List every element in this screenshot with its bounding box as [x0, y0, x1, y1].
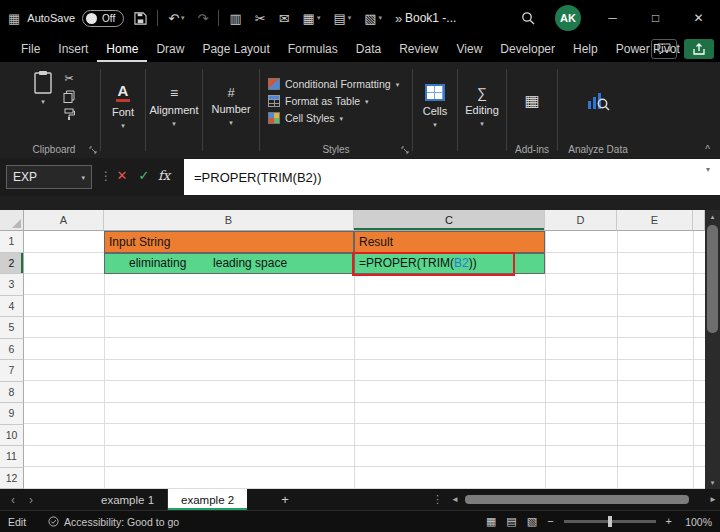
- conditional-formatting-button[interactable]: Conditional Formatting ▾: [268, 78, 399, 90]
- zoom-out-button[interactable]: −: [547, 516, 553, 527]
- format-as-table-button[interactable]: Format as Table ▾: [268, 95, 369, 107]
- collapse-ribbon-button[interactable]: ^: [705, 144, 710, 155]
- copy-button[interactable]: [63, 90, 75, 103]
- maximize-button[interactable]: □: [634, 0, 677, 36]
- select-all-corner[interactable]: [0, 210, 24, 231]
- styles-dialog-launcher[interactable]: [401, 146, 409, 154]
- share-button[interactable]: [684, 39, 714, 59]
- enter-button[interactable]: ✓: [134, 168, 154, 183]
- analyze-data-button[interactable]: [558, 62, 638, 140]
- name-box[interactable]: EXP ▾: [6, 165, 92, 189]
- column-header-c[interactable]: C: [354, 210, 545, 231]
- qat-mail-button[interactable]: ✉: [276, 5, 293, 31]
- page-break-view-button[interactable]: ▧: [527, 516, 537, 527]
- cell-b2[interactable]: eliminating leading space: [104, 253, 354, 275]
- tab-developer[interactable]: Developer: [491, 36, 564, 62]
- row-header-2[interactable]: 2: [0, 253, 24, 275]
- row-header-4[interactable]: 4: [0, 296, 24, 318]
- toolbar-overflow-button[interactable]: »: [392, 5, 405, 31]
- undo-button[interactable]: ↶ ▾: [165, 5, 187, 31]
- formula-bar-expand-icon[interactable]: ▾: [706, 159, 710, 174]
- normal-view-button[interactable]: ▦: [486, 516, 496, 527]
- close-button[interactable]: ✕: [677, 0, 720, 36]
- row-header-12[interactable]: 12: [0, 468, 24, 490]
- scroll-left-icon[interactable]: ◄: [448, 489, 462, 510]
- editing-group-button[interactable]: ∑ Editing ▾: [458, 62, 506, 158]
- accessibility-status[interactable]: Accessibility: Good to go: [48, 516, 179, 528]
- sheet-nav-next-button[interactable]: ›: [22, 489, 40, 510]
- search-button[interactable]: [511, 0, 545, 36]
- sheet-nav-prev-button[interactable]: ‹: [4, 489, 22, 510]
- row-header-10[interactable]: 10: [0, 425, 24, 447]
- sheet-options-icon[interactable]: ⋮: [432, 489, 443, 510]
- tab-page-layout[interactable]: Page Layout: [193, 36, 278, 62]
- tab-draw[interactable]: Draw: [147, 36, 193, 62]
- qat-workbook-button[interactable]: ▥: [226, 5, 244, 31]
- number-group-button[interactable]: # Number ▾: [203, 62, 259, 158]
- row-header-3[interactable]: 3: [0, 274, 24, 296]
- qat-cut-button[interactable]: ✂: [252, 5, 269, 31]
- cell-b1[interactable]: Input String: [104, 231, 354, 253]
- cancel-button[interactable]: ✕: [112, 168, 132, 183]
- app-launcher-icon[interactable]: ▦: [8, 11, 20, 26]
- alignment-group-button[interactable]: ≡ Alignment ▾: [146, 62, 202, 158]
- comments-button[interactable]: [651, 39, 677, 59]
- vertical-scrollbar[interactable]: ▴ ▾: [705, 210, 720, 489]
- clipboard-dialog-launcher[interactable]: [89, 146, 97, 154]
- sheet-tab-example-1[interactable]: example 1: [88, 489, 168, 510]
- redo-button[interactable]: ↷: [195, 5, 212, 31]
- formula-input[interactable]: =PROPER(TRIM(B2)) ▾: [184, 159, 720, 195]
- tab-help[interactable]: Help: [564, 36, 607, 62]
- tab-file[interactable]: File: [12, 36, 49, 62]
- tab-review[interactable]: Review: [390, 36, 447, 62]
- scroll-right-icon[interactable]: ►: [706, 489, 720, 510]
- row-header-9[interactable]: 9: [0, 403, 24, 425]
- workbook-icon: ▥: [229, 11, 241, 26]
- horizontal-scroll-thumb[interactable]: [465, 495, 689, 504]
- sheet-tab-example-2[interactable]: example 2: [168, 489, 247, 510]
- scroll-down-icon[interactable]: ▾: [705, 476, 720, 489]
- zoom-slider-thumb[interactable]: [608, 516, 612, 527]
- tab-formulas[interactable]: Formulas: [279, 36, 347, 62]
- row-header-5[interactable]: 5: [0, 317, 24, 339]
- row-header-11[interactable]: 11: [0, 446, 24, 468]
- autosave-toggle[interactable]: Off: [82, 10, 124, 27]
- zoom-in-button[interactable]: +: [666, 516, 672, 527]
- tab-view[interactable]: View: [448, 36, 492, 62]
- column-header-d[interactable]: D: [545, 210, 617, 231]
- tab-data[interactable]: Data: [347, 36, 390, 62]
- column-header-f-partial[interactable]: [693, 210, 705, 231]
- vertical-scroll-thumb[interactable]: [707, 225, 718, 333]
- column-header-b[interactable]: B: [104, 210, 354, 231]
- font-group-button[interactable]: A Font ▾: [101, 62, 145, 158]
- horizontal-scrollbar[interactable]: ◄ ►: [448, 489, 720, 510]
- row-header-1[interactable]: 1: [0, 231, 24, 253]
- insert-function-button[interactable]: fx: [158, 168, 170, 183]
- zoom-level[interactable]: 100%: [682, 516, 712, 528]
- row-header-8[interactable]: 8: [0, 382, 24, 404]
- format-painter-button[interactable]: [63, 108, 75, 121]
- cells-group-button[interactable]: Cells ▾: [413, 62, 457, 158]
- new-sheet-button[interactable]: +: [272, 489, 298, 510]
- save-button[interactable]: [131, 5, 150, 31]
- row-header-7[interactable]: 7: [0, 360, 24, 382]
- paste-button[interactable]: ▾: [33, 70, 53, 105]
- cut-button[interactable]: ✂: [63, 72, 75, 85]
- formula-bar-handle-icon[interactable]: ⋮: [100, 169, 112, 183]
- column-header-e[interactable]: E: [617, 210, 693, 231]
- cell-styles-button[interactable]: Cell Styles ▾: [268, 112, 343, 124]
- account-avatar[interactable]: AK: [555, 5, 581, 31]
- scroll-up-icon[interactable]: ▴: [705, 210, 720, 223]
- tab-home[interactable]: Home: [97, 36, 147, 62]
- qat-table-button[interactable]: ▤ ▾: [330, 5, 354, 31]
- zoom-slider[interactable]: [564, 520, 656, 523]
- addins-button[interactable]: ▦: [507, 62, 557, 140]
- tab-insert[interactable]: Insert: [49, 36, 97, 62]
- row-header-6[interactable]: 6: [0, 339, 24, 361]
- page-layout-view-button[interactable]: ▤: [506, 516, 516, 527]
- minimize-button[interactable]: ─: [591, 0, 634, 36]
- qat-cell-styles-button[interactable]: ▧ ▾: [361, 5, 385, 31]
- column-header-a[interactable]: A: [24, 210, 104, 231]
- qat-borders-button[interactable]: ▦ ▾: [300, 5, 324, 31]
- cell-c1[interactable]: Result: [354, 231, 545, 253]
